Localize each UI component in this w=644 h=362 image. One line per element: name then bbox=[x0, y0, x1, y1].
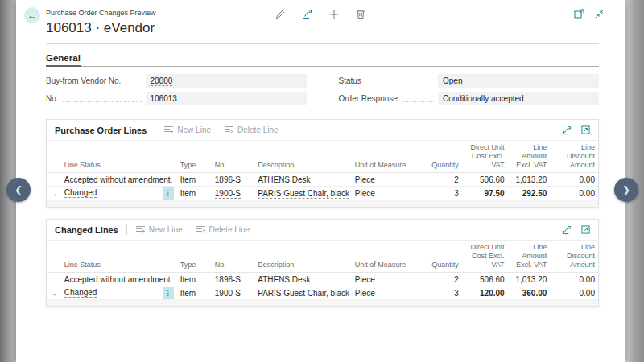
col-line-status[interactable]: Line Status bbox=[61, 141, 177, 173]
col-unit-of-measure[interactable]: Unit of Measure bbox=[352, 241, 418, 273]
purchase-order-changes-page: ← Purchase Order Changes Preview 106013 … bbox=[16, 0, 625, 362]
page-caption: Purchase Order Changes Preview bbox=[46, 9, 156, 17]
back-arrow-icon: ← bbox=[27, 10, 37, 21]
row-menu-button[interactable]: ⋮ bbox=[163, 287, 174, 299]
cell-line-discount: 0.00 bbox=[550, 286, 598, 300]
share-icon[interactable] bbox=[302, 9, 312, 19]
no-label: No. bbox=[46, 94, 59, 103]
col-line-amount[interactable]: Line Amount Excl. VAT bbox=[508, 241, 551, 273]
cell-line-status: Changed ⋮ bbox=[61, 187, 177, 200]
table-row[interactable]: Accepted without amendment. Item 1896-S … bbox=[47, 273, 598, 286]
header-actions bbox=[275, 9, 365, 19]
order-response-value: Conditionally accepted bbox=[443, 94, 524, 103]
previous-record-button[interactable]: ❮ bbox=[6, 178, 31, 202]
divider bbox=[126, 224, 127, 235]
open-in-new-window-icon[interactable] bbox=[574, 9, 584, 19]
status-field[interactable]: Open bbox=[438, 74, 599, 88]
general-section-title[interactable]: General bbox=[46, 53, 80, 67]
cell-line-status: Accepted without amendment. bbox=[61, 273, 177, 286]
col-no[interactable]: No. bbox=[212, 241, 254, 273]
cell-line-discount: 0.00 bbox=[550, 273, 598, 286]
col-quantity[interactable]: Quantity bbox=[418, 241, 462, 273]
cell-no: 1900-S bbox=[212, 286, 254, 300]
col-line-status[interactable]: Line Status bbox=[61, 241, 177, 273]
delete-icon[interactable] bbox=[356, 9, 365, 19]
delete-line-icon bbox=[224, 125, 234, 134]
cell-description: PARIS Guest Chair, black bbox=[254, 187, 352, 200]
vertical-dots-icon: ⋮ bbox=[164, 189, 171, 197]
card-footer-strip bbox=[47, 300, 598, 306]
delete-line-action[interactable]: Delete Line bbox=[224, 125, 279, 134]
col-line-discount[interactable]: Line Discount Amount bbox=[550, 241, 598, 273]
cell-quantity: 3 bbox=[418, 286, 462, 300]
col-indicator bbox=[47, 141, 61, 173]
new-line-action[interactable]: New Line bbox=[135, 225, 183, 234]
line-status-value[interactable]: Changed bbox=[64, 288, 97, 298]
purchase-order-lines-card: Purchase Order Lines New Line Delete Lin… bbox=[46, 119, 599, 208]
cell-unit-of-measure: Piece bbox=[352, 286, 418, 300]
cell-description: ATHENS Desk bbox=[254, 273, 352, 286]
cell-no: 1900-S bbox=[212, 187, 254, 200]
col-line-discount[interactable]: Line Discount Amount bbox=[550, 141, 598, 173]
purchase-order-lines-header: Purchase Order Lines New Line Delete Lin… bbox=[47, 120, 598, 141]
purchase-order-lines-title[interactable]: Purchase Order Lines bbox=[55, 125, 147, 135]
col-quantity[interactable]: Quantity bbox=[418, 141, 462, 173]
share-icon[interactable] bbox=[562, 125, 572, 135]
cell-no: 1896-S bbox=[212, 173, 254, 187]
col-type[interactable]: Type bbox=[177, 241, 212, 273]
changed-lines-table: Line Status Type No. Description Unit of… bbox=[47, 241, 598, 300]
delete-line-action[interactable]: Delete Line bbox=[196, 225, 250, 234]
selected-row-arrow-icon: → bbox=[50, 189, 58, 198]
chevron-right-icon: ❯ bbox=[622, 184, 630, 195]
delete-line-label: Delete Line bbox=[237, 125, 279, 134]
col-description[interactable]: Description bbox=[254, 241, 352, 273]
cell-type: Item bbox=[177, 187, 212, 200]
changed-lines-title[interactable]: Changed Lines bbox=[55, 225, 118, 235]
order-response-field[interactable]: Conditionally accepted bbox=[438, 92, 599, 105]
table-row[interactable]: Accepted without amendment. Item 1896-S … bbox=[47, 173, 598, 187]
share-icon[interactable] bbox=[562, 225, 572, 235]
open-in-excel-icon[interactable] bbox=[581, 125, 590, 134]
line-status-value[interactable]: Changed bbox=[64, 188, 97, 198]
row-menu-button[interactable]: ⋮ bbox=[163, 187, 174, 200]
edit-icon[interactable] bbox=[275, 10, 285, 19]
col-unit-of-measure[interactable]: Unit of Measure bbox=[352, 141, 418, 173]
open-in-excel-icon[interactable] bbox=[581, 225, 590, 234]
resize-icon[interactable] bbox=[595, 9, 605, 19]
description-link[interactable]: PARIS Guest Chair, black bbox=[258, 289, 349, 298]
cell-description: PARIS Guest Chair, black bbox=[254, 286, 352, 300]
col-direct-unit-cost[interactable]: Direct Unit Cost Excl. VAT bbox=[462, 241, 508, 273]
general-section: General Buy-from Vendor No. 20000 No. 10… bbox=[46, 50, 599, 105]
buy-from-vendor-value[interactable]: 20000 bbox=[151, 76, 173, 86]
no-link[interactable]: 1900-S bbox=[215, 189, 241, 199]
no-link[interactable]: 1900-S bbox=[215, 289, 241, 298]
table-row-selected[interactable]: → Changed ⋮ Item 1900-S PARIS Guest Chai… bbox=[47, 286, 598, 300]
col-no[interactable]: No. bbox=[212, 141, 254, 173]
table-header-row: Line Status Type No. Description Unit of… bbox=[47, 141, 598, 173]
divider bbox=[155, 125, 155, 135]
no-field[interactable]: 106013 bbox=[146, 92, 307, 105]
row-indicator bbox=[47, 173, 61, 187]
cell-direct-unit-cost: 506.60 bbox=[462, 273, 508, 286]
header-window-controls bbox=[574, 9, 605, 19]
selected-row-arrow-icon: → bbox=[50, 289, 58, 298]
dotted-leader bbox=[365, 77, 434, 84]
table-row-selected[interactable]: → Changed ⋮ Item 1900-S PARIS Guest Chai… bbox=[47, 187, 598, 200]
cell-line-discount: 0.00 bbox=[550, 187, 598, 200]
cell-unit-of-measure: Piece bbox=[352, 173, 418, 187]
new-icon[interactable] bbox=[329, 10, 339, 19]
buy-from-vendor-field[interactable]: 20000 bbox=[146, 74, 307, 88]
col-description[interactable]: Description bbox=[254, 141, 352, 173]
cell-type: Item bbox=[177, 173, 212, 187]
col-type[interactable]: Type bbox=[177, 141, 212, 173]
description-link[interactable]: PARIS Guest Chair, black bbox=[258, 189, 349, 199]
new-line-action[interactable]: New Line bbox=[163, 125, 211, 134]
screen: ← Purchase Order Changes Preview 106013 … bbox=[0, 0, 644, 362]
col-direct-unit-cost[interactable]: Direct Unit Cost Excl. VAT bbox=[462, 141, 508, 173]
cell-quantity: 2 bbox=[418, 273, 462, 286]
cell-quantity: 2 bbox=[418, 173, 462, 187]
back-button[interactable]: ← bbox=[24, 7, 40, 23]
next-record-button[interactable]: ❯ bbox=[614, 178, 638, 202]
col-line-amount[interactable]: Line Amount Excl. VAT bbox=[508, 141, 551, 173]
buy-from-vendor-label: Buy-from Vendor No. bbox=[46, 76, 121, 85]
